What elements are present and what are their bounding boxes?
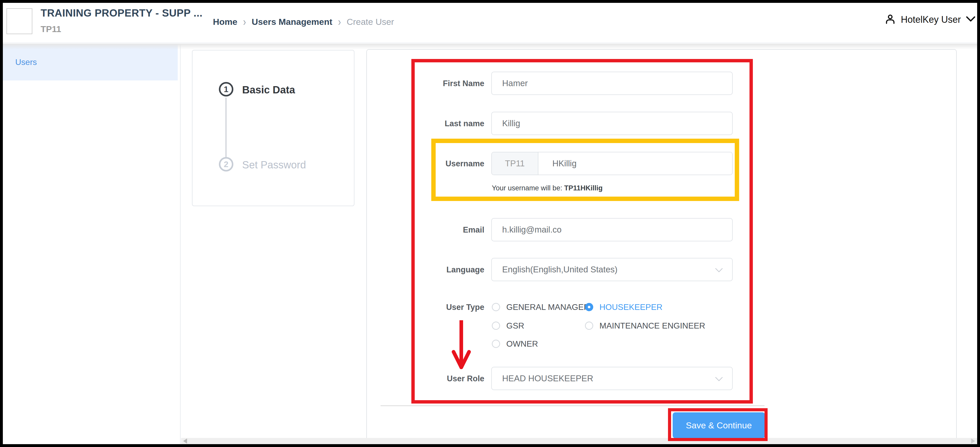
user-menu-label: HotelKey User xyxy=(901,14,961,25)
scroll-right-icon[interactable] xyxy=(971,439,975,444)
username-input-group: TP11 xyxy=(491,152,733,175)
radio-circle-icon xyxy=(492,321,500,330)
chevron-down-icon xyxy=(714,266,723,275)
sidebar-item-users[interactable]: Users xyxy=(3,44,178,80)
breadcrumb-users-management[interactable]: Users Management xyxy=(252,17,332,27)
user-role-select[interactable]: HEAD HOUSEKEEPER xyxy=(491,367,733,390)
user-role-label: User Role xyxy=(367,374,484,383)
property-name: TRAINING PROPERTY - SUPP ... xyxy=(41,7,202,19)
radio-label: GSR xyxy=(506,321,524,331)
breadcrumb-separator-icon: › xyxy=(338,15,341,29)
horizontal-scrollbar[interactable] xyxy=(181,438,977,444)
radio-general-manager[interactable]: GENERAL MANAGER xyxy=(492,302,590,312)
last-name-input[interactable] xyxy=(491,112,733,135)
form-footer-divider xyxy=(380,406,765,406)
username-label: Username xyxy=(367,159,484,169)
username-hint-text: Your username will be: xyxy=(492,184,564,192)
breadcrumb-separator-icon: › xyxy=(243,15,246,29)
property-code: TP11 xyxy=(41,24,61,34)
step-2-label: Set Password xyxy=(242,159,306,171)
radio-gsr[interactable]: GSR xyxy=(492,321,524,330)
step-2-circle: 2 xyxy=(219,157,233,172)
wizard-steps-panel: 1 Basic Data 2 Set Password xyxy=(192,50,355,206)
user-menu[interactable]: HotelKey User xyxy=(884,13,976,26)
create-user-form: First Name Last name Username TP11 Your … xyxy=(366,49,957,438)
breadcrumb-create-user: Create User xyxy=(347,17,394,27)
first-name-input[interactable] xyxy=(491,72,733,95)
radio-housekeeper[interactable]: HOUSEKEEPER xyxy=(585,302,663,312)
top-header: TRAINING PROPERTY - SUPP ... TP11 Home ›… xyxy=(3,3,977,43)
radio-label: GENERAL MANAGER xyxy=(506,302,590,312)
step-connector-line xyxy=(225,97,227,157)
email-input[interactable] xyxy=(491,218,733,241)
radio-label: HOUSEKEEPER xyxy=(600,302,663,312)
username-hint-value: TP11HKillig xyxy=(564,184,603,192)
language-value: English(English,United States) xyxy=(502,265,617,274)
breadcrumb: Home › Users Management › Create User xyxy=(213,17,394,27)
radio-selected-icon xyxy=(585,303,593,311)
username-hint: Your username will be: TP11HKillig xyxy=(492,184,603,192)
save-continue-button[interactable]: Save & Continue xyxy=(673,412,765,438)
user-icon xyxy=(884,13,896,26)
radio-circle-icon xyxy=(492,340,500,348)
username-prefix: TP11 xyxy=(492,153,538,175)
breadcrumb-home[interactable]: Home xyxy=(213,17,237,27)
sidebar-item-label: Users xyxy=(15,57,37,67)
radio-owner[interactable]: OWNER xyxy=(492,339,538,348)
user-type-label: User Type xyxy=(367,303,484,312)
chevron-down-icon xyxy=(714,375,723,384)
last-name-label: Last name xyxy=(367,119,484,128)
step-1-label: Basic Data xyxy=(242,84,295,96)
radio-label: OWNER xyxy=(506,339,538,349)
app-window: TRAINING PROPERTY - SUPP ... TP11 Home ›… xyxy=(0,0,980,447)
radio-label: MAINTENANCE ENGINEER xyxy=(600,321,705,331)
language-select[interactable]: English(English,United States) xyxy=(491,258,733,281)
user-role-value: HEAD HOUSEKEEPER xyxy=(502,374,593,383)
language-label: Language xyxy=(367,265,484,274)
sidebar: Users xyxy=(3,44,181,444)
email-label: Email xyxy=(367,225,484,235)
chevron-down-icon xyxy=(966,15,976,24)
property-logo xyxy=(6,8,32,34)
radio-circle-icon xyxy=(585,321,593,330)
step-1-circle: 1 xyxy=(219,82,233,97)
first-name-label: First Name xyxy=(367,79,484,88)
radio-maintenance-engineer[interactable]: MAINTENANCE ENGINEER xyxy=(585,321,705,330)
scroll-left-icon[interactable] xyxy=(183,439,187,444)
username-input[interactable] xyxy=(538,153,732,175)
radio-circle-icon xyxy=(492,303,500,311)
